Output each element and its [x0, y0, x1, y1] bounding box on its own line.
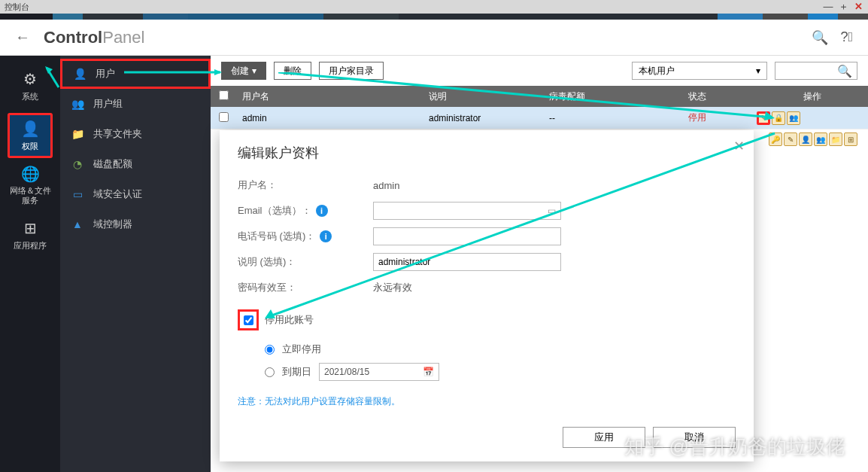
user-action-icon[interactable]: 👤 [799, 132, 812, 146]
row-checkbox[interactable] [219, 112, 229, 122]
col-desc: 说明 [423, 90, 543, 103]
disable-date-label: 到期日 [282, 365, 311, 379]
grid-icon: ⊞ [24, 219, 37, 237]
contact-icon: ▭ [548, 206, 556, 216]
sidebar-item-quota[interactable]: ◔ 磁盘配额 [60, 149, 211, 179]
edit-account-modal: ✕ 编辑账户资料 用户名： admin Email（选填）：i ▭ 电话号码 (… [220, 130, 754, 461]
maximize-icon[interactable]: ＋ [838, 2, 848, 12]
disable-account-checkbox[interactable] [244, 315, 253, 325]
group-action-icon[interactable]: 👥 [814, 132, 827, 146]
modal-close-icon[interactable]: ✕ [733, 138, 745, 154]
table-header: 用户名 说明 病毒配额 状态 操作 [211, 86, 868, 107]
group-icon: 👥 [71, 97, 84, 111]
sidebar-item-shared[interactable]: 📁 共享文件夹 [60, 119, 211, 149]
info-icon[interactable]: i [320, 230, 332, 242]
sidebar-item-groups[interactable]: 👥 用户组 [60, 89, 211, 119]
sidebar-item-dc[interactable]: ▲ 域控制器 [60, 209, 211, 239]
chevron-down-icon: ▾ [252, 65, 256, 76]
col-virus: 病毒配额 [543, 90, 648, 103]
disable-checkbox-highlight [238, 309, 259, 330]
phone-label: 电话号码 (选填)：i [238, 230, 373, 243]
rail-permission[interactable]: 👤 权限 [8, 113, 53, 158]
group-action-icon[interactable]: 👥 [787, 111, 800, 125]
toolbar: 创建▾ 删除 用户家目录 本机用户▾ 🔍 [211, 56, 868, 86]
person-icon: 👤 [21, 120, 40, 138]
calendar-icon: 📅 [423, 367, 434, 377]
edit-action-icon[interactable]: ✎ [784, 132, 797, 146]
cancel-button[interactable]: 取消 [653, 427, 736, 448]
table-row[interactable]: admin administrator -- 停用 ✎ 🔒 👥 [211, 107, 868, 129]
sidebar-item-domain[interactable]: ▭ 域安全认证 [60, 179, 211, 209]
email-input[interactable]: ▭ [373, 202, 561, 220]
desc-input[interactable] [373, 253, 561, 271]
info-icon[interactable]: i [316, 205, 328, 217]
color-strip [0, 14, 868, 20]
pwvalid-label: 密码有效至： [238, 281, 373, 294]
desc-label: 说明 (选填)： [238, 255, 373, 269]
nav-rail: ⚙ 系统 👤 权限 🌐 网络＆文件 服务 ⊞ 应用程序 [0, 56, 60, 472]
rail-apps[interactable]: ⊞ 应用程序 [8, 212, 53, 257]
folder-action-icon[interactable]: 📁 [829, 132, 842, 146]
chevron-down-icon: ▾ [756, 65, 760, 76]
cell-status: 停用 [648, 111, 746, 124]
disk-icon: ◔ [71, 157, 84, 171]
col-status: 状态 [648, 90, 746, 103]
back-arrow-icon[interactable]: ← [15, 29, 30, 46]
window-title: 控制台 [5, 2, 29, 13]
minimize-icon[interactable]: — [823, 2, 833, 12]
pwvalid-value: 永远有效 [373, 281, 736, 294]
search-icon: 🔍 [837, 64, 852, 78]
gear-icon: ⚙ [23, 70, 37, 88]
cell-desc: administrator [423, 113, 543, 123]
delete-button[interactable]: 删除 [274, 62, 311, 80]
app-action-icon[interactable]: ⊞ [844, 132, 857, 146]
disable-label: 停用此账号 [265, 313, 314, 327]
help-icon[interactable]: ?⃝ [840, 29, 853, 45]
home-dir-button[interactable]: 用户家目录 [319, 62, 384, 80]
tower-icon: ▲ [71, 218, 84, 231]
scope-select[interactable]: 本机用户▾ [632, 62, 767, 80]
window-titlebar: 控制台 — ＋ ✕ [0, 0, 868, 14]
key-action-icon[interactable]: 🔑 [769, 132, 782, 146]
username-label: 用户名： [238, 178, 373, 192]
edit-action-icon[interactable]: ✎ [757, 111, 770, 125]
globe-icon: 🌐 [21, 165, 40, 183]
rail-network[interactable]: 🌐 网络＆文件 服务 [8, 163, 53, 208]
apply-button[interactable]: 应用 [563, 427, 645, 448]
col-actions: 操作 [746, 90, 868, 103]
disable-date-radio[interactable] [265, 367, 275, 377]
lock-action-icon[interactable]: 🔒 [772, 111, 785, 125]
note-text: 注意：无法对此用户设置存储容量限制。 [238, 395, 736, 408]
search-icon[interactable]: 🔍 [812, 29, 828, 46]
shield-icon: ▭ [71, 187, 84, 201]
cell-username: admin [236, 113, 423, 123]
sidebar-item-users[interactable]: 👤 用户 [60, 59, 211, 89]
select-all-checkbox[interactable] [219, 90, 229, 100]
brand-title: ControlPanel [44, 28, 144, 47]
modal-title: 编辑账户资料 [220, 130, 754, 169]
folder-icon: 📁 [71, 127, 84, 141]
cell-virus: -- [543, 113, 648, 123]
email-label: Email（选填）：i [238, 204, 373, 218]
username-value: admin [373, 180, 736, 191]
col-username: 用户名 [236, 90, 423, 103]
sidebar: 👤 用户 👥 用户组 📁 共享文件夹 ◔ 磁盘配额 ▭ 域安全认证 ▲ 域控制器 [60, 56, 211, 472]
user-icon: 👤 [73, 67, 86, 81]
close-icon[interactable]: ✕ [853, 2, 863, 12]
window-controls: — ＋ ✕ [823, 2, 863, 12]
disable-now-radio[interactable] [265, 345, 275, 355]
phone-input[interactable] [373, 227, 561, 245]
search-input[interactable]: 🔍 [775, 62, 857, 80]
header: ← ControlPanel 🔍 ?⃝ [0, 20, 868, 56]
rail-system[interactable]: ⚙ 系统 [8, 63, 53, 108]
create-button[interactable]: 创建▾ [221, 62, 266, 80]
date-input[interactable]: 2021/08/15📅 [319, 363, 439, 381]
disable-now-label: 立即停用 [282, 343, 321, 356]
